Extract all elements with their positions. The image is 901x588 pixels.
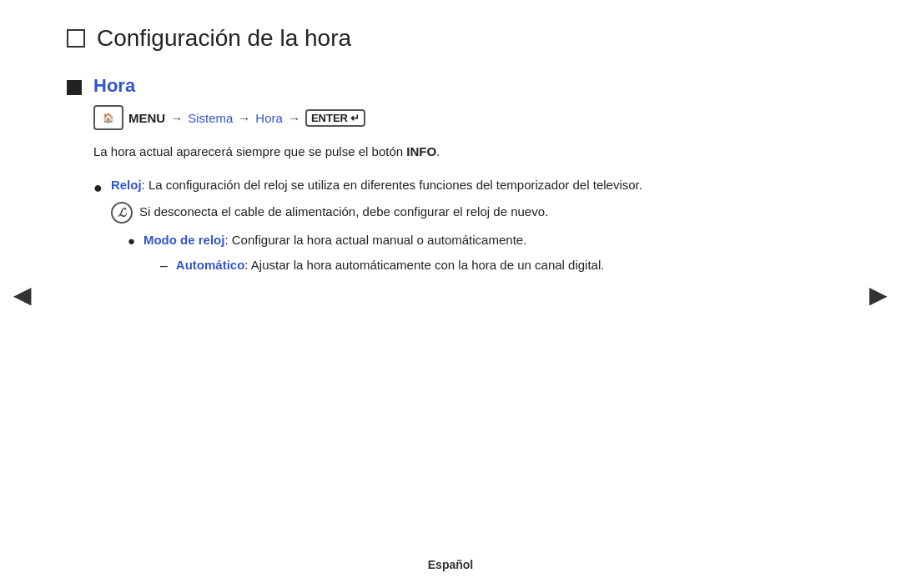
section-content: Hora 🏠 MENU → Sistema → Hora → ENTER↵ La… xyxy=(93,75,834,294)
enter-arrow-icon: ↵ xyxy=(350,112,360,124)
bullet-list: ● Reloj: La configuración del reloj se u… xyxy=(93,175,834,285)
info-line: La hora actual aparecerá siempre que se … xyxy=(93,144,406,158)
sistema-link: Sistema xyxy=(188,111,233,125)
checkbox-icon xyxy=(67,29,85,48)
page-title: Configuración de la hora xyxy=(97,25,351,52)
section-block: Hora 🏠 MENU → Sistema → Hora → ENTER↵ La… xyxy=(67,75,834,294)
sub-bullet-list: ● Modo de reloj: Configurar la hora actu… xyxy=(111,230,834,277)
menu-icon: 🏠 xyxy=(93,105,123,130)
bullet-dot: ● xyxy=(93,176,103,200)
note-icon: ℒ xyxy=(111,202,133,224)
sub-dash: – xyxy=(160,255,168,277)
sub-sub-bullet-list: – Automático: Ajustar la hora automática… xyxy=(143,255,605,277)
enter-label: ENTER xyxy=(311,112,348,124)
note-text: Si desconecta el cable de alimentación, … xyxy=(139,202,548,222)
main-title-row: Configuración de la hora xyxy=(67,25,834,52)
info-end: . xyxy=(436,144,440,158)
reloj-term: Reloj xyxy=(111,178,142,192)
automatico-term: Automático xyxy=(176,258,245,272)
bullet-item-reloj: ● Reloj: La configuración del reloj se u… xyxy=(93,175,834,285)
sub-sub-item-auto: – Automático: Ajustar la hora automática… xyxy=(160,255,605,277)
arrow2: → xyxy=(238,111,250,125)
nav-arrow-right[interactable]: ▶ xyxy=(869,280,888,308)
info-text: La hora actual aparecerá siempre que se … xyxy=(93,142,834,162)
arrow1: → xyxy=(170,111,183,125)
reloj-text: : La configuración del reloj se utiliza … xyxy=(142,178,642,192)
sub-bullet-item-modo: ● Modo de reloj: Configurar la hora actu… xyxy=(128,230,834,277)
black-square-icon xyxy=(67,80,82,95)
automatico-text: : Ajustar la hora automáticamente con la… xyxy=(244,258,604,272)
menu-path-row: 🏠 MENU → Sistema → Hora → ENTER↵ xyxy=(93,105,834,130)
hora-link: Hora xyxy=(255,111,283,125)
modo-term: Modo de reloj xyxy=(143,233,225,247)
footer-language: Español xyxy=(0,558,901,571)
info-bold: INFO xyxy=(406,144,436,158)
sub-sub-content-auto: Automático: Ajustar la hora automáticame… xyxy=(176,255,605,275)
enter-box: ENTER↵ xyxy=(305,109,365,127)
bullet-content-reloj: Reloj: La configuración del reloj se uti… xyxy=(111,175,834,285)
sub-bullet-content-modo: Modo de reloj: Configurar la hora actual… xyxy=(143,230,605,277)
nav-arrow-left[interactable]: ◀ xyxy=(13,280,32,308)
menu-label: MENU xyxy=(128,111,165,125)
sub-bullet-dot: ● xyxy=(128,231,135,251)
modo-text: : Configurar la hora actual manual o aut… xyxy=(224,233,526,247)
page-container: Configuración de la hora Hora 🏠 MENU → S… xyxy=(0,0,901,588)
section-heading: Hora xyxy=(93,75,834,97)
note-row: ℒ Si desconecta el cable de alimentación… xyxy=(111,202,834,224)
arrow3: → xyxy=(288,111,300,125)
